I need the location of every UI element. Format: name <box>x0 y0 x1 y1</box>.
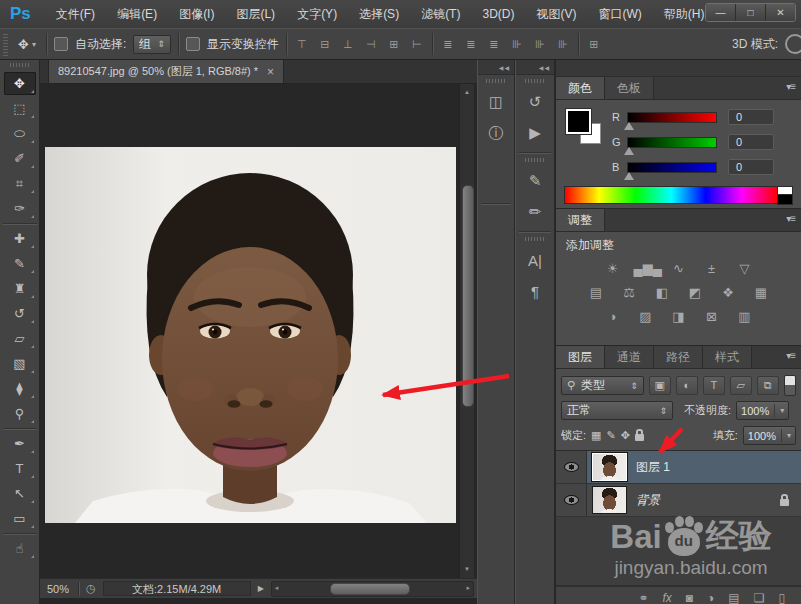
brush-panel-icon[interactable]: ✎ <box>522 169 548 193</box>
filter-shape-layers-icon[interactable]: ▱ <box>730 376 752 395</box>
eraser-tool[interactable]: ▱ <box>4 327 36 350</box>
align-top-icon[interactable]: ⊤ <box>294 38 310 51</box>
black-swatch[interactable] <box>777 194 793 205</box>
layer-thumbnail[interactable] <box>592 486 627 514</box>
gradient-tool[interactable]: ▧ <box>4 352 36 375</box>
align-right-icon[interactable]: ⊢ <box>409 38 425 51</box>
layer-mask-icon[interactable]: ◙ <box>686 587 693 604</box>
zoom-level-field[interactable]: 50% <box>43 583 74 595</box>
blue-slider[interactable] <box>627 162 717 173</box>
threshold-icon[interactable]: ◨ <box>667 308 691 326</box>
distribute-bottom-icon[interactable]: ≣ <box>486 38 502 51</box>
menu-edit[interactable]: 编辑(E) <box>106 0 168 28</box>
filter-adjustment-layers-icon[interactable]: ◐ <box>676 376 698 395</box>
clone-stamp-tool[interactable]: ♜ <box>4 277 36 300</box>
move-tool[interactable]: ✥ <box>4 72 36 95</box>
auto-select-dropdown[interactable]: 组 ⇕ <box>133 35 171 54</box>
brush-presets-panel-icon[interactable]: ✏ <box>522 200 548 224</box>
red-value-field[interactable]: 0 <box>728 109 774 125</box>
distribute-hcenter-icon[interactable]: ⊪ <box>532 38 548 51</box>
red-slider[interactable] <box>627 112 717 123</box>
fill-dropdown[interactable]: 100% ▾ <box>743 426 796 445</box>
layer-filter-dropdown[interactable]: ⚲ 类型 ⇕ <box>561 376 644 395</box>
crop-tool[interactable]: ⌗ <box>4 172 36 195</box>
blend-mode-dropdown[interactable]: 正常 ⇕ <box>561 401 673 420</box>
hand-tool[interactable]: ☝ <box>4 537 36 560</box>
black-white-icon[interactable]: ◧ <box>650 284 674 302</box>
filter-type-layers-icon[interactable]: T <box>703 376 725 395</box>
menu-file[interactable]: 文件(F) <box>45 0 106 28</box>
lock-position-icon[interactable]: ✥ <box>621 429 630 442</box>
scroll-left-icon[interactable]: ◂ <box>275 584 279 592</box>
new-group-icon[interactable]: ▤ <box>728 587 739 604</box>
menu-layer[interactable]: 图层(L) <box>225 0 286 28</box>
pen-tool[interactable]: ✒ <box>4 432 36 455</box>
opacity-dropdown[interactable]: 100% ▾ <box>736 401 789 420</box>
collapse-panels-icon[interactable]: ◀◀ <box>478 60 514 75</box>
align-bottom-icon[interactable]: ⊥ <box>340 38 356 51</box>
horizontal-scrollbar-thumb[interactable] <box>330 583 410 595</box>
layer-row-background[interactable]: 背景 <box>556 484 801 517</box>
green-value-field[interactable]: 0 <box>728 134 774 150</box>
new-adjustment-layer-icon[interactable]: ◑ <box>707 587 714 604</box>
distribute-vcenter-icon[interactable]: ≣ <box>463 38 479 51</box>
scroll-up-icon[interactable]: ▲ <box>460 86 474 99</box>
brush-tool[interactable]: ✎ <box>4 252 36 275</box>
tab-paths[interactable]: 路径 <box>654 346 703 368</box>
status-expand-icon[interactable]: ▶ <box>255 584 267 593</box>
posterize-icon[interactable]: ▨ <box>634 308 658 326</box>
menu-select[interactable]: 选择(S) <box>348 0 410 28</box>
show-transform-checkbox[interactable] <box>186 37 200 51</box>
visibility-toggle[interactable] <box>556 484 587 516</box>
color-spectrum-ramp[interactable] <box>564 186 779 204</box>
actions-panel-icon[interactable]: ▶ <box>522 121 548 145</box>
path-selection-tool[interactable]: ↖ <box>4 482 36 505</box>
brightness-contrast-icon[interactable]: ☀ <box>601 260 625 278</box>
quick-selection-tool[interactable]: ✐ <box>4 147 36 170</box>
color-lookup-icon[interactable]: ▦ <box>749 284 773 302</box>
distribute-top-icon[interactable]: ≣ <box>440 38 456 51</box>
canvas[interactable]: ▲ ▼ <box>40 84 477 578</box>
menu-window[interactable]: 窗口(W) <box>587 0 652 28</box>
minimize-button[interactable]: — <box>706 4 735 21</box>
tab-layers[interactable]: 图层 <box>556 346 605 368</box>
new-layer-icon[interactable]: ❏ <box>754 587 765 604</box>
type-tool[interactable]: T <box>4 457 36 480</box>
channel-mixer-icon[interactable]: ❖ <box>716 284 740 302</box>
vibrance-icon[interactable]: ▽ <box>733 260 757 278</box>
panel-menu-icon[interactable]: ▾≡ <box>786 81 795 92</box>
tab-adjustments[interactable]: 调整 <box>556 209 605 231</box>
history-brush-tool[interactable]: ↺ <box>4 302 36 325</box>
delete-layer-icon[interactable]: ▯ <box>778 587 785 604</box>
layer-thumbnail[interactable] <box>592 453 627 481</box>
panel-menu-icon[interactable]: ▾≡ <box>786 213 795 224</box>
exposure-icon[interactable]: ± <box>700 260 724 278</box>
menu-type[interactable]: 文字(Y) <box>286 0 348 28</box>
horizontal-scrollbar[interactable]: ◂ ▸ <box>271 581 474 597</box>
maximize-button[interactable]: □ <box>735 4 765 21</box>
layer-name[interactable]: 图层 1 <box>636 459 670 476</box>
filter-smart-objects-icon[interactable]: ⧉ <box>757 376 779 395</box>
green-slider[interactable] <box>627 137 717 148</box>
blur-tool[interactable]: ⧫ <box>4 377 36 400</box>
distribute-left-icon[interactable]: ⊪ <box>509 38 525 51</box>
document-tab[interactable]: 89210547.jpg @ 50% (图层 1, RGB/8#) * × <box>48 60 284 83</box>
scroll-right-icon[interactable]: ▸ <box>466 584 470 592</box>
lock-all-icon[interactable] <box>635 434 644 441</box>
levels-icon[interactable]: ▄▆▄ <box>634 260 658 278</box>
gradient-map-icon[interactable]: ▥ <box>733 308 757 326</box>
align-left-icon[interactable]: ⊣ <box>363 38 379 51</box>
foreground-color-swatch[interactable] <box>566 109 591 134</box>
lock-transparency-icon[interactable]: ▦ <box>591 429 601 442</box>
healing-brush-tool[interactable]: ✚ <box>4 227 36 250</box>
collapse-panels-icon[interactable]: ◀◀ <box>516 60 554 75</box>
lasso-tool[interactable]: ⬭ <box>4 122 36 145</box>
tab-styles[interactable]: 样式 <box>703 346 752 368</box>
tab-swatches[interactable]: 色板 <box>605 77 654 99</box>
vertical-scrollbar-thumb[interactable] <box>462 185 474 407</box>
scroll-down-icon[interactable]: ▼ <box>460 563 474 576</box>
info-panel-icon[interactable]: ⓘ <box>483 121 509 145</box>
menu-3d[interactable]: 3D(D) <box>471 0 525 28</box>
hue-saturation-icon[interactable]: ▤ <box>584 284 608 302</box>
vertical-scrollbar[interactable]: ▲ ▼ <box>459 84 474 578</box>
